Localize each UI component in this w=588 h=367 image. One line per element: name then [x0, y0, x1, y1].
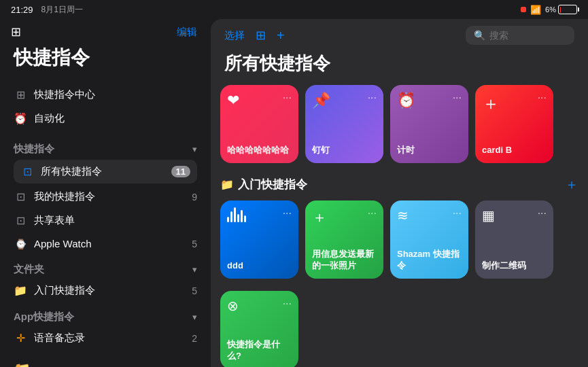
sidebar-item-apple-watch[interactable]: ⌚ Apple Watch 5 [0, 232, 211, 255]
qrcode-icon: ▦ [482, 207, 495, 224]
card-top: ≋ ··· [397, 207, 462, 224]
sidebar-header: ⊞ 编辑 [0, 19, 211, 42]
automation-icon: ⏰ [14, 112, 27, 125]
sidebar-item-automation[interactable]: ⏰ 自动化 [0, 107, 211, 130]
shortcut-card-hahaha[interactable]: ❤ ··· 哈哈哈哈哈哈哈 [220, 85, 298, 163]
sidebar-item-intro-shortcuts[interactable]: 📁 入门快捷指令 5 [0, 279, 211, 302]
apple-watch-icon: ⌚ [14, 239, 27, 249]
shortcut-card-ddd[interactable]: ··· ddd [220, 200, 298, 279]
toolbar-grid: ⊞ [256, 28, 266, 43]
all-shortcuts-count: 11 [171, 166, 190, 177]
sidebar-item-shared-list[interactable]: ⊡ 共享表单 [0, 209, 211, 232]
shazam-icon: ≋ [397, 207, 409, 224]
content-scroll: ❤ ··· 哈哈哈哈哈哈哈 📌 ··· 钉钉 ⏰ [211, 85, 588, 367]
my-shortcuts-icon: ⊡ [14, 190, 27, 203]
shared-list-label: 共享表单 [34, 214, 197, 227]
status-right: 📶 6% [521, 5, 577, 15]
folders-chevron-icon[interactable]: ▾ [192, 264, 197, 275]
shazam-more-icon[interactable]: ··· [453, 207, 462, 220]
sidebar-bottom-icon: 📁 [14, 362, 31, 367]
send-photo-more-icon[interactable]: ··· [368, 207, 377, 220]
intro-shortcuts-grid-2: ⊗ ··· 快捷指令是什么? [220, 291, 578, 367]
section-header-left: 📁 入门快捷指令 [220, 177, 307, 192]
battery-container: 6% [545, 5, 577, 14]
card-top: ❤ ··· [227, 92, 292, 109]
sidebar-item-voice-memo[interactable]: ✛ 语音备忘录 2 [0, 326, 211, 350]
battery-bar [558, 5, 577, 14]
intro-shortcuts-grid: ··· ddd ＋ ··· 用信息发送最新的一张照片 ≋ ··· [220, 200, 578, 279]
shortcut-card-dingding[interactable]: 📌 ··· 钉钉 [305, 85, 383, 163]
voice-memo-sidebar-count: 2 [192, 333, 197, 344]
toolbar-left: 选择 ⊞ + [224, 28, 285, 43]
main-layout: ⊞ 编辑 快捷指令 ⊞ 快捷指令中心 ⏰ 自动化 快捷指令 ▾ ⊡ 所有快捷指令 [0, 19, 588, 367]
grid-view-icon[interactable]: ⊞ [256, 28, 266, 43]
wifi-icon: 📶 [530, 5, 541, 15]
apple-watch-count: 5 [192, 239, 197, 249]
shortcuts-section-title: 快捷指令 [14, 143, 54, 156]
folders-section-header: 文件夹 ▾ [0, 255, 211, 279]
dingding-more-icon[interactable]: ··· [368, 92, 377, 104]
all-shortcuts-wrapper: ⊡ 所有快捷指令 11 [0, 158, 211, 185]
shortcut-card-send-photo[interactable]: ＋ ··· 用信息发送最新的一张照片 [305, 200, 383, 279]
folders-section-title: 文件夹 [14, 263, 44, 276]
card-top: ＋ ··· [482, 92, 547, 116]
intro-shortcuts-count: 5 [192, 285, 197, 296]
my-shortcuts-label: 我的快捷指令 [34, 190, 185, 203]
card-top: ··· [227, 207, 292, 222]
intro-add-button[interactable]: ＋ [565, 175, 578, 194]
timer-more-icon[interactable]: ··· [453, 92, 462, 104]
shortcuts-center-icon: ⊞ [14, 88, 27, 101]
hahaha-more-icon[interactable]: ··· [283, 92, 292, 104]
search-input[interactable] [489, 30, 566, 41]
cardi-b-more-icon[interactable]: ··· [538, 92, 547, 104]
voice-memo-sidebar-icon: ✛ [14, 332, 27, 345]
cardi-b-label: cardi B [482, 145, 547, 156]
shared-list-icon: ⊡ [14, 214, 27, 227]
waveform-icon [227, 207, 246, 222]
shortcut-card-timer[interactable]: ⏰ ··· 计时 [390, 85, 468, 163]
sidebar: ⊞ 编辑 快捷指令 ⊞ 快捷指令中心 ⏰ 自动化 快捷指令 ▾ ⊡ 所有快捷指令 [0, 19, 211, 367]
shortcut-card-shazam[interactable]: ≋ ··· Shazam 快捷指令 [390, 200, 468, 279]
shortcuts-chevron-icon[interactable]: ▾ [192, 144, 197, 154]
sidebar-bottom: 📁 [0, 350, 211, 367]
search-icon: 🔍 [474, 30, 485, 41]
top-shortcuts-grid: ❤ ··· 哈哈哈哈哈哈哈 📌 ··· 钉钉 ⏰ [220, 85, 578, 163]
send-photo-label: 用信息发送最新的一张照片 [312, 249, 377, 272]
sidebar-item-all-shortcuts[interactable]: ⊡ 所有快捷指令 11 [14, 160, 197, 184]
shortcut-card-what[interactable]: ⊗ ··· 快捷指令是什么? [220, 291, 298, 367]
card-top: ▦ ··· [482, 207, 547, 224]
intro-folder-icon: 📁 [220, 178, 234, 191]
intro-shortcuts-icon: 📁 [14, 284, 27, 297]
battery-fill [560, 7, 561, 13]
all-shortcuts-label: 所有快捷指令 [41, 165, 165, 178]
voice-memo-sidebar-label: 语音备忘录 [34, 332, 185, 345]
card-top: ⊗ ··· [227, 298, 292, 314]
status-bar: 21:29 8月1日周一 📶 6% [0, 0, 588, 19]
ddd-more-icon[interactable]: ··· [283, 207, 292, 220]
automation-label: 自动化 [34, 112, 197, 125]
ddd-label: ddd [227, 260, 292, 272]
app-chevron-icon[interactable]: ▾ [192, 312, 197, 322]
all-shortcuts-icon: ⊡ [20, 165, 34, 178]
app-section-header: App快捷指令 ▾ [0, 302, 211, 326]
select-button[interactable]: 选择 [224, 29, 245, 42]
shortcuts-section-header: 快捷指令 ▾ [0, 135, 211, 158]
shortcut-card-cardi-b[interactable]: ＋ ··· cardi B [475, 85, 553, 163]
search-box[interactable]: 🔍 [466, 26, 574, 45]
qrcode-label: 制作二维码 [482, 260, 547, 272]
hahaha-label: 哈哈哈哈哈哈哈 [227, 145, 292, 156]
what-label: 快捷指令是什么? [227, 339, 292, 362]
sidebar-edit-button[interactable]: 编辑 [177, 26, 197, 39]
sidebar-item-my-shortcuts[interactable]: ⊡ 我的快捷指令 9 [0, 185, 211, 209]
shortcut-card-qrcode[interactable]: ▦ ··· 制作二维码 [475, 200, 553, 279]
intro-section-title: 入门快捷指令 [238, 177, 307, 192]
card-top: 📌 ··· [312, 92, 377, 109]
content-toolbar: 选择 ⊞ + 🔍 [211, 19, 588, 49]
qrcode-more-icon[interactable]: ··· [538, 207, 547, 220]
sidebar-item-shortcuts-center[interactable]: ⊞ 快捷指令中心 [0, 83, 211, 107]
battery-red-dot [521, 7, 526, 12]
content-area: 选择 ⊞ + 🔍 所有快捷指令 ❤ ··· [211, 19, 588, 367]
what-more-icon[interactable]: ··· [283, 298, 292, 310]
add-shortcut-button[interactable]: + [277, 28, 285, 43]
cardi-b-icon: ＋ [482, 92, 500, 116]
